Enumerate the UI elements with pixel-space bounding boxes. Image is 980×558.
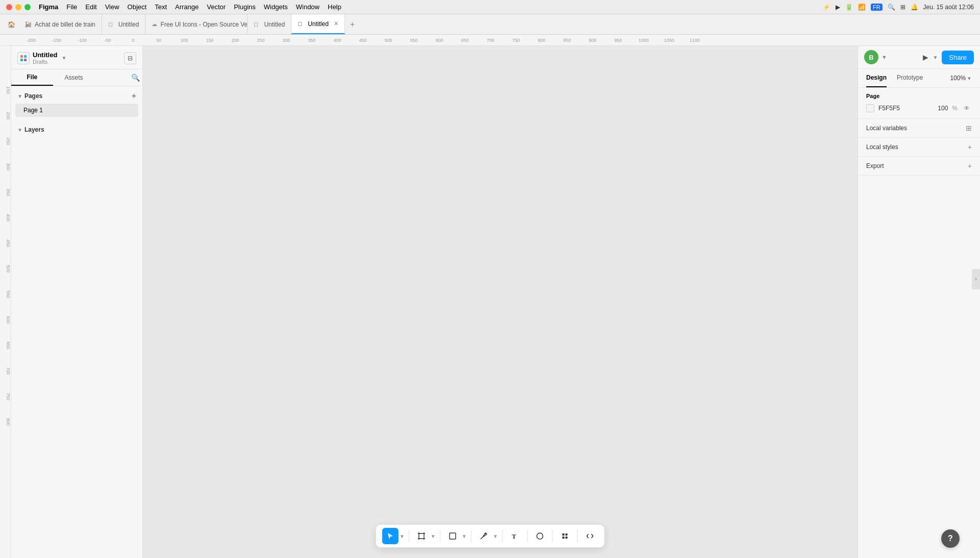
tab-untitled-active[interactable]: ◻ Untitled ✕ [291,14,345,34]
pages-section-header[interactable]: ▼ Pages + [11,89,142,103]
menu-help[interactable]: Help [328,3,341,11]
local-variables-label: Local variables [866,125,907,132]
ruler-mark: 500 [376,38,401,43]
notification-icon[interactable]: 🔔 [911,4,918,11]
fullscreen-window-btn[interactable] [24,4,31,10]
page-opacity-value[interactable]: 100 [938,105,948,112]
tab-icon-untitled-active: ◻ [298,20,305,28]
local-variables-icon[interactable]: ⊞ [966,124,972,132]
select-tool-btn[interactable] [382,528,399,544]
layers-section-header[interactable]: ▼ Layers [11,124,142,135]
export-label: Export [866,162,884,169]
menu-object[interactable]: Object [128,3,147,11]
menu-widgets[interactable]: Widgets [264,3,288,11]
ruler-v-mark: 350 [0,179,11,204]
menu-edit[interactable]: Edit [85,3,96,11]
export-row[interactable]: Export + [858,157,980,176]
layers-section-label: Layers [24,126,44,133]
control-center-icon[interactable]: ⊞ [900,4,905,11]
minimize-window-btn[interactable] [15,4,21,10]
pages-chevron-icon: ▼ [17,93,22,99]
search-icon[interactable]: 🔍 [888,4,895,11]
frame-tool-dropdown-icon[interactable]: ▼ [431,533,436,539]
page-properties-section: Page F5F5F5 100 % 👁 [858,88,980,119]
ruler-v-mark: 150 [0,77,11,102]
svg-rect-18 [565,533,567,536]
search-button[interactable]: 🔍 [128,70,142,85]
rect-tool-group: ▼ [445,528,467,544]
local-styles-row[interactable]: Local styles + [858,138,980,157]
home-tab-btn[interactable]: 🏠 [4,14,18,34]
layers-section: ▼ Layers [11,121,142,138]
tab-close-btn[interactable]: ✕ [334,20,338,27]
select-tool-dropdown-icon[interactable]: ▼ [400,533,405,539]
menu-plugins[interactable]: Plugins [234,3,256,11]
ruler-mark: 1050 [656,38,682,43]
tab-untitled3[interactable]: ◻ Untitled [248,14,291,34]
collapse-right-btn[interactable]: › [972,269,980,289]
figma-logo[interactable] [17,52,30,64]
svg-rect-19 [562,537,564,539]
export-add-icon[interactable]: + [968,162,972,170]
menu-file[interactable]: File [66,3,77,11]
ruler-mark: 700 [478,38,503,43]
design-tab[interactable]: Design [866,69,887,87]
page-color-swatch[interactable] [866,104,874,112]
local-variables-row[interactable]: Local variables ⊞ [858,119,980,138]
code-tool-btn[interactable] [581,528,598,544]
menu-vector[interactable]: Vector [207,3,226,11]
menu-window[interactable]: Window [296,3,320,11]
rect-tool-dropdown-icon[interactable]: ▼ [462,533,467,539]
svg-rect-3 [24,59,27,61]
sidebar-tab-file[interactable]: File [11,69,53,86]
sidebar-toggle-btn[interactable]: ⊟ [124,52,136,64]
pen-tool-btn[interactable] [475,528,492,544]
tab-free-icons[interactable]: ☁ Free UI Icons - Open Source Vector Ic [145,14,248,34]
rect-tool-btn[interactable] [445,528,461,544]
close-window-btn[interactable] [6,4,12,10]
tab-label-free-icons: Free UI Icons - Open Source Vector Ic [160,21,248,28]
app-name[interactable]: Figma [39,3,58,11]
tab-untitled2[interactable]: ◻ Untitled [102,14,146,34]
toolbar-separator-4 [502,530,502,542]
menu-view[interactable]: View [105,3,119,11]
zoom-dropdown-icon[interactable]: ▼ [967,76,972,81]
svg-rect-0 [20,55,23,58]
pen-tool-dropdown-icon[interactable]: ▼ [493,533,498,539]
ruler-v-mark [0,51,11,77]
sidebar-header: Untitled Drafts ▼ ⊟ [11,46,142,69]
share-btn[interactable]: Share [942,51,974,64]
play-btn[interactable]: ▶ [923,53,928,61]
right-panel-tabs: Design Prototype 100% ▼ [858,69,980,88]
frame-tool-btn[interactable] [413,528,430,544]
ellipse-tool-btn[interactable] [531,528,548,544]
ruler-v-mark: 250 [0,128,11,153]
avatar-dropdown-icon[interactable]: ▼ [881,54,887,60]
local-styles-add-icon[interactable]: + [968,143,972,151]
eye-btn[interactable]: 👁 [962,103,972,113]
sidebar-tab-assets[interactable]: Assets [53,70,95,85]
tab-achat[interactable]: 🚂 Achat de billet de train [18,14,102,34]
tab-icon-achat: 🚂 [24,21,32,28]
menu-arrange[interactable]: Arrange [175,3,199,11]
page-item-1[interactable]: Page 1 [15,104,138,117]
wifi-icon: 📶 [858,4,866,11]
avatar[interactable]: B [864,50,878,64]
svg-rect-4 [419,533,424,539]
zoom-value[interactable]: 100% [950,75,966,82]
add-page-btn[interactable]: + [132,91,136,101]
page-color-value[interactable]: F5F5F5 [878,105,934,112]
select-tool-group: ▼ [382,528,405,544]
prototype-tab[interactable]: Prototype [897,69,923,87]
menu-text[interactable]: Text [155,3,167,11]
project-dropdown-icon[interactable]: ▼ [61,55,66,61]
new-tab-btn[interactable]: + [345,14,360,34]
tab-label-untitled3: Untitled [264,21,285,28]
play-dropdown-icon[interactable]: ▼ [933,55,938,60]
canvas[interactable] [143,46,857,558]
component-tool-btn[interactable] [556,528,573,544]
text-tool-btn[interactable]: T [506,528,523,544]
ruler-mark: -100 [69,38,95,43]
svg-point-16 [536,533,543,539]
help-btn[interactable]: ? [941,529,960,548]
